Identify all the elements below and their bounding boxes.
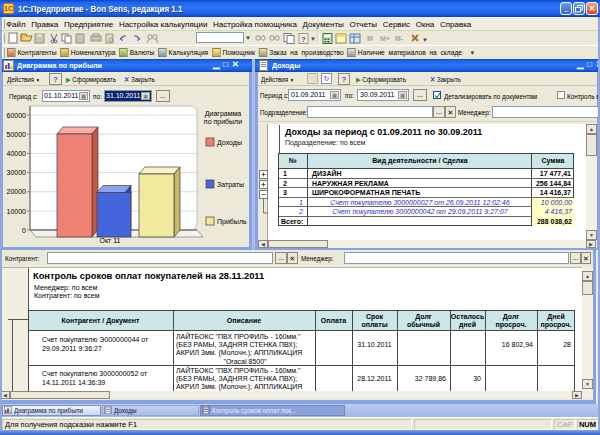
svg-text:?: ? xyxy=(301,35,306,44)
svg-text:Доходы: Доходы xyxy=(217,139,242,147)
svg-text:Затраты: Затраты xyxy=(217,181,244,189)
svg-text:по прибыли: по прибыли xyxy=(204,118,242,126)
svg-text:Прибыль: Прибыль xyxy=(217,218,247,226)
svg-text:Окт 11: Окт 11 xyxy=(99,237,120,244)
svg-text:50000: 50000 xyxy=(7,131,27,138)
svg-text:30000: 30000 xyxy=(7,169,27,176)
svg-text:10000: 10000 xyxy=(7,208,27,215)
svg-text:М-: М- xyxy=(395,35,404,42)
svg-text:▼: ▼ xyxy=(310,36,316,42)
svg-text:40000: 40000 xyxy=(7,150,27,157)
svg-text:0: 0 xyxy=(22,227,26,234)
svg-text:М+: М+ xyxy=(380,35,390,42)
svg-text:60000: 60000 xyxy=(7,112,27,119)
svg-text:▼: ▼ xyxy=(422,37,428,43)
svg-text:М: М xyxy=(367,35,373,42)
svg-text:Диаграмма: Диаграмма xyxy=(205,110,242,118)
svg-text:20000: 20000 xyxy=(7,188,27,195)
